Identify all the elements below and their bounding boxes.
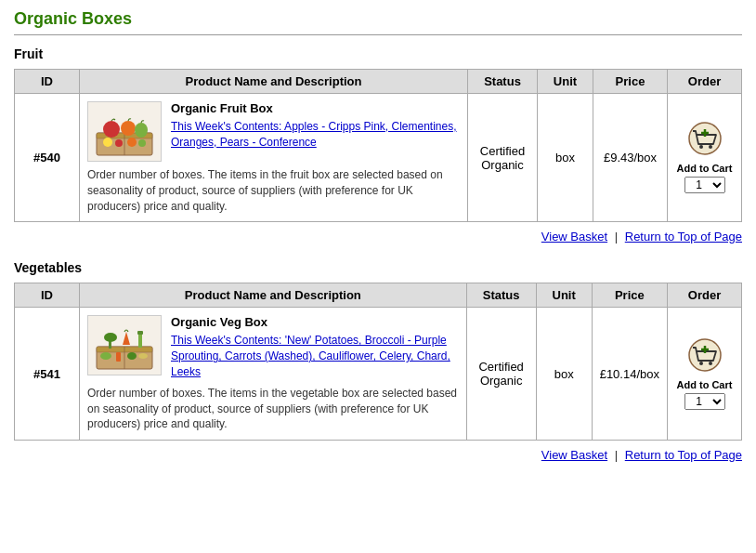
view-basket-link-veg[interactable]: View Basket [541,448,607,462]
svg-point-28 [709,362,712,365]
svg-point-8 [127,138,137,147]
fruit-table: ID Product Name and Description Status U… [14,69,742,222]
add-to-cart-label-541: Add to Cart [675,379,734,390]
svg-point-26 [689,339,721,371]
product-id-540: #540 [15,94,80,222]
col-price-fruit: Price [593,70,668,94]
svg-point-24 [127,352,137,360]
veg-section-title: Vegetables [14,260,742,275]
product-unit-541: box [536,308,592,441]
svg-rect-23 [116,352,121,362]
veg-image-svg [91,319,158,373]
col-order-veg: Order [668,283,742,308]
table-row: #540 [15,94,742,222]
quantity-select-540[interactable]: 1 2 3 4 5 [684,177,725,193]
veg-table: ID Product Name and Description Status U… [14,283,742,441]
svg-point-5 [135,123,148,138]
svg-point-22 [100,352,111,360]
col-status-fruit: Status [468,70,538,94]
svg-rect-21 [137,331,143,335]
product-image-veg [87,315,162,375]
quantity-select-541[interactable]: 1 2 3 4 5 [684,393,725,410]
svg-point-6 [103,138,112,147]
product-id-541: #541 [15,308,80,441]
veg-section: Vegetables ID Product Name and Descripti… [14,260,742,466]
col-status-veg: Status [466,283,536,308]
add-to-cart-label-540: Add to Cart [675,163,734,174]
svg-point-4 [121,121,136,136]
product-image-fruit [87,101,162,162]
product-description-540: Order number of boxes. The items in the … [87,167,460,214]
product-name-540: Organic Fruit Box [171,101,460,115]
col-id-veg: ID [15,283,80,308]
product-description-541: Order number of boxes. The items in the … [87,386,459,432]
col-unit-veg: Unit [536,283,592,308]
fruit-bottom-links: View Basket | Return to Top of Page [14,226,742,247]
cart-icon-541[interactable] [684,338,726,375]
product-price-541: £10.14/box [592,308,667,441]
add-to-cart-540: Add to Cart 1 2 3 4 5 [668,94,742,222]
col-product-veg: Product Name and Description [80,283,467,308]
svg-point-25 [138,353,148,359]
col-price-veg: Price [592,283,667,308]
svg-point-3 [103,121,120,138]
col-id-fruit: ID [15,70,80,94]
product-link-540[interactable]: This Week's Contents: Apples - Cripps Pi… [171,119,460,151]
svg-point-10 [689,123,721,154]
product-link-541[interactable]: This Week's Contents: 'New' Potatoes, Br… [171,333,459,379]
svg-point-12 [709,145,712,149]
product-cell-540: Organic Fruit Box This Week's Contents: … [80,94,468,222]
fruit-section-title: Fruit [14,46,742,61]
svg-point-27 [699,362,703,365]
page-title: Organic Boxes [14,9,742,29]
svg-point-9 [138,139,146,147]
product-info-540: Organic Fruit Box This Week's Contents: … [171,101,460,162]
separator-veg: | [615,448,618,462]
svg-point-7 [115,139,123,147]
add-to-cart-541: Add to Cart 1 2 3 4 5 [668,308,742,441]
product-unit-540: box [538,94,593,222]
svg-point-19 [104,333,117,342]
col-unit-fruit: Unit [538,70,593,94]
product-info-541: Organic Veg Box This Week's Contents: 'N… [171,315,459,379]
product-price-540: £9.43/box [593,94,668,222]
fruit-section: Fruit ID Product Name and Description St… [14,46,742,247]
table-row: #541 [15,308,742,441]
veg-bottom-links: View Basket | Return to Top of Page [14,444,742,466]
svg-point-11 [699,145,703,149]
product-name-541: Organic Veg Box [171,315,459,329]
separator-fruit: | [615,230,618,244]
fruit-image-svg [91,105,158,159]
return-top-link-veg[interactable]: Return to Top of Page [625,448,742,462]
col-order-fruit: Order [668,70,742,94]
title-divider [14,34,742,35]
svg-rect-20 [138,333,142,348]
col-product-fruit: Product Name and Description [80,70,468,94]
cart-icon-540[interactable] [684,122,726,159]
product-status-540: Certified Organic [468,94,538,222]
product-cell-541: Organic Veg Box This Week's Contents: 'N… [80,308,467,441]
return-top-link-fruit[interactable]: Return to Top of Page [625,230,742,244]
view-basket-link-fruit[interactable]: View Basket [541,230,607,244]
product-status-541: Certified Organic [466,308,536,441]
